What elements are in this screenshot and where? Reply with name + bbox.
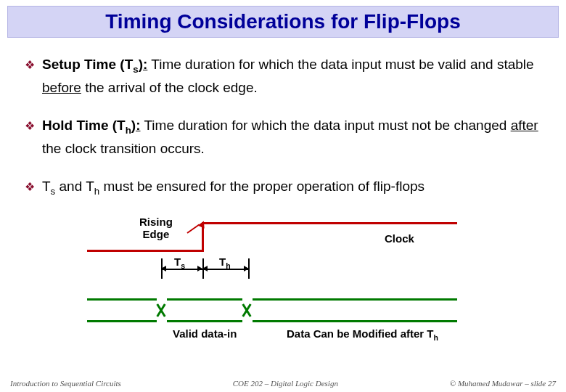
- modify-label: Data Can be Modified after Th: [287, 327, 438, 342]
- setup-term: Setup Time (Ts):: [42, 57, 147, 72]
- clock-low: [87, 250, 203, 252]
- th-label: Th: [219, 256, 231, 270]
- data-wave: [253, 320, 457, 322]
- bullet-note: ❖ Ts and Th must be ensured for the prop…: [25, 176, 541, 199]
- data-wave: [87, 320, 157, 322]
- timing-diagram: Rising Edge Clock Ts Th Valid data-in Da…: [80, 215, 486, 344]
- footer-right: © Muhamed Mudawar – slide 27: [450, 379, 556, 388]
- arrow-left-icon: [202, 266, 208, 271]
- data-wave: [167, 320, 242, 322]
- diamond-icon: ❖: [25, 57, 35, 75]
- clock-high: [202, 222, 457, 224]
- diamond-icon: ❖: [25, 179, 35, 197]
- arrow-left-icon: [161, 266, 166, 271]
- data-wave: [253, 298, 457, 301]
- valid-label: Valid data-in: [173, 327, 237, 340]
- bullet-setup: ❖ Setup Time (Ts): Time duration for whi…: [25, 54, 541, 99]
- footer-left: Introduction to Sequential Circuits: [10, 379, 121, 388]
- data-transition: [239, 298, 254, 322]
- bullet-body: Ts and Th must be ensured for the proper…: [42, 176, 541, 199]
- arrow-right-icon: [244, 266, 249, 271]
- bullet-hold: ❖ Hold Time (Th): Time duration for whic…: [25, 115, 541, 160]
- bullet-body: Setup Time (Ts): Time duration for which…: [42, 54, 541, 99]
- data-transition: [154, 298, 168, 322]
- hold-term: Hold Time (Th):: [42, 118, 141, 133]
- clock-edge: [202, 222, 204, 252]
- page-title: Timing Considerations for Flip-Flops: [105, 10, 460, 33]
- rising-edge-label: Rising Edge: [139, 216, 173, 240]
- bullet-body: Hold Time (Th): Time duration for which …: [42, 115, 541, 160]
- arrow-right-icon: [197, 266, 202, 271]
- content-area: ❖ Setup Time (Ts): Time duration for whi…: [0, 38, 566, 344]
- clock-label: Clock: [385, 232, 414, 245]
- footer: Introduction to Sequential Circuits COE …: [0, 379, 566, 388]
- data-wave: [87, 298, 157, 301]
- diamond-icon: ❖: [25, 118, 35, 136]
- title-bar: Timing Considerations for Flip-Flops: [7, 6, 559, 38]
- ts-label: Ts: [174, 256, 185, 270]
- data-wave: [167, 298, 242, 301]
- footer-center: COE 202 – Digital Logic Design: [233, 379, 338, 388]
